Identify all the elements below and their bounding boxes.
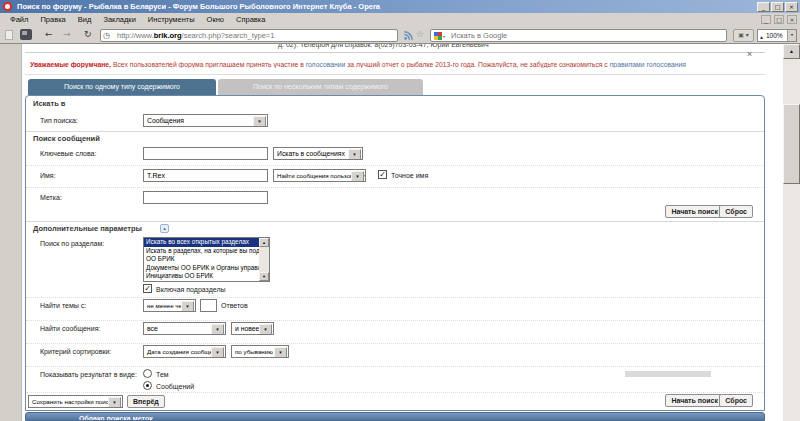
reset-button[interactable]: Сброс bbox=[719, 205, 753, 218]
web-search-box[interactable]: ▾ bbox=[430, 29, 727, 42]
topics-min-select[interactable]: не менее чем bbox=[143, 299, 196, 312]
panels-icon[interactable] bbox=[20, 29, 32, 40]
keywords-label: Ключевые слова: bbox=[40, 150, 96, 157]
vote-rules-link[interactable]: правилами голосования bbox=[610, 61, 686, 68]
announcement-bold: Уважаемые форумчане, bbox=[30, 61, 111, 68]
row-separator bbox=[26, 343, 764, 344]
restore-icon[interactable]: □ bbox=[771, 2, 784, 12]
sort-label: Критерий сортировки: bbox=[40, 348, 111, 355]
row-separator bbox=[26, 297, 764, 298]
image-toggle-button[interactable]: ▣ ▾ bbox=[733, 29, 754, 42]
tab-single-type-search[interactable]: Поиск по одному типу содержимого bbox=[28, 79, 216, 95]
menu-bar: Файл Правка Вид Закладки Инструменты Окн… bbox=[0, 13, 800, 26]
address-bar[interactable]: http://www.brik.org/search.php?search_ty… bbox=[100, 29, 398, 42]
listbox-scrollbar[interactable]: ▲ ▼ bbox=[259, 238, 269, 281]
image-icon: ▣ bbox=[738, 32, 744, 38]
url-path: /search.php?search_type=1 bbox=[182, 31, 275, 40]
display-topics-radio[interactable] bbox=[143, 369, 152, 378]
menu-edit[interactable]: Правка bbox=[34, 13, 71, 26]
sort-field-select[interactable]: Дата создания сообщения bbox=[143, 345, 226, 358]
web-search-input[interactable] bbox=[449, 30, 719, 41]
author-scope-select[interactable]: Найти сообщения пользователя bbox=[273, 169, 366, 182]
search-type-select[interactable]: Сообщения bbox=[143, 114, 268, 127]
display-posts-radio[interactable] bbox=[143, 381, 152, 390]
tab-restore-icon[interactable]: □ bbox=[774, 15, 784, 24]
render-artifact bbox=[625, 371, 711, 377]
new-page-icon[interactable] bbox=[5, 30, 13, 40]
listbox-scroll-down-icon[interactable]: ▼ bbox=[259, 272, 269, 281]
menu-window[interactable]: Окно bbox=[201, 13, 230, 26]
search-engine-dropdown-icon[interactable]: ▾ bbox=[443, 34, 445, 39]
subforums-label: Включая подразделы bbox=[156, 286, 226, 293]
image-dropdown-icon: ▾ bbox=[746, 32, 749, 38]
forum-option[interactable]: ОО БРИК bbox=[144, 255, 260, 264]
scrollbar-thumb[interactable] bbox=[783, 104, 800, 184]
row-separator bbox=[26, 320, 764, 321]
display-topics-label: Тем bbox=[156, 371, 169, 378]
reload-icon[interactable]: ↻ bbox=[84, 29, 92, 39]
forums-listbox[interactable]: Искать во всех открытых разделах Искать … bbox=[143, 237, 270, 282]
menu-help[interactable]: Справка bbox=[230, 13, 271, 26]
close-icon[interactable]: × bbox=[785, 2, 798, 12]
topics-count-input[interactable] bbox=[200, 299, 217, 312]
collapse-icon[interactable]: ▴ bbox=[160, 224, 169, 233]
forum-option[interactable]: Искать в разделах, на которые вы подписа… bbox=[144, 247, 260, 256]
tag-input[interactable] bbox=[143, 191, 268, 204]
divider bbox=[26, 131, 764, 132]
type-label: Тип поиска: bbox=[40, 117, 78, 124]
tab-close-icon[interactable]: × bbox=[787, 15, 797, 24]
row-separator bbox=[26, 392, 764, 393]
save-settings-select[interactable]: Сохранить настройки поиска bbox=[28, 395, 123, 408]
menu-tools[interactable]: Инструменты bbox=[142, 13, 201, 26]
tag-cloud-title: Облако поиска меток bbox=[79, 415, 153, 421]
site-badge-icon[interactable]: ◷ bbox=[103, 30, 110, 41]
divider bbox=[25, 74, 765, 75]
subforums-checkbox[interactable]: ✓ bbox=[143, 284, 152, 293]
search-button[interactable]: Начать поиск bbox=[665, 205, 724, 218]
display-posts-label: Сообщений bbox=[156, 383, 194, 390]
forum-option[interactable]: Инициативы ОО БРИК bbox=[144, 272, 260, 281]
zoom-dropdown-icon[interactable]: ▾ bbox=[787, 30, 796, 41]
back-icon[interactable]: ← bbox=[45, 29, 53, 39]
vote-link[interactable]: голосовании bbox=[306, 61, 346, 68]
rss-icon[interactable] bbox=[404, 31, 413, 40]
title-bar: Поиск по форуму - Рыбалка в Беларуси - Ф… bbox=[0, 0, 800, 13]
tab-minimize-icon[interactable]: _ bbox=[761, 15, 771, 24]
panel-toggle-strip[interactable] bbox=[0, 44, 22, 421]
posts-direction-select[interactable]: и новее bbox=[231, 322, 274, 335]
bookmark-star-icon[interactable]: ☆ bbox=[416, 29, 424, 39]
zoom-level: 100% bbox=[766, 32, 783, 39]
posts-age-select[interactable]: все bbox=[143, 322, 226, 335]
zoom-control[interactable]: ▲ 100% ▾ bbox=[757, 29, 797, 42]
exact-name-checkbox[interactable]: ✓ bbox=[378, 170, 387, 179]
forums-label: Поиск по разделам: bbox=[40, 240, 104, 247]
menu-view[interactable]: Вид bbox=[72, 13, 98, 26]
topics-suffix-label: Ответов bbox=[221, 302, 248, 309]
search-button-bottom[interactable]: Начать поиск bbox=[665, 394, 724, 407]
tab-multi-type-search[interactable]: Поиск по нескольким типам содержимого bbox=[218, 79, 423, 95]
tag-cloud-bar: Облако поиска меток bbox=[25, 412, 765, 421]
minimize-icon[interactable]: _ bbox=[757, 2, 770, 12]
listbox-scroll-up-icon[interactable]: ▲ bbox=[259, 238, 269, 247]
section-search-in: Искать в bbox=[33, 99, 65, 108]
page-scrollbar[interactable]: ▲ bbox=[783, 44, 800, 421]
opera-logo-icon bbox=[3, 2, 12, 11]
keywords-scope-select[interactable]: Искать в сообщениях bbox=[273, 147, 363, 160]
forward-icon[interactable]: → bbox=[63, 29, 71, 39]
forum-option[interactable]: Документы ОО БРИК и Органы управления bbox=[144, 264, 260, 273]
row-separator bbox=[26, 187, 764, 188]
menu-bookmarks[interactable]: Закладки bbox=[97, 13, 141, 26]
display-label: Показывать результат в виде: bbox=[40, 371, 137, 378]
keywords-input[interactable] bbox=[143, 147, 268, 160]
scroll-up-icon[interactable]: ▲ bbox=[783, 44, 800, 59]
menu-file[interactable]: Файл bbox=[4, 13, 34, 26]
sort-order-select[interactable]: по убыванию bbox=[231, 345, 289, 358]
window-title: Поиск по форуму - Рыбалка в Беларуси - Ф… bbox=[17, 0, 380, 13]
reset-button-bottom[interactable]: Сброс bbox=[719, 394, 753, 407]
go-button[interactable]: Вперёд bbox=[127, 395, 165, 408]
forum-option[interactable]: Искать во всех открытых разделах bbox=[144, 238, 260, 247]
url-prefix: http://www. bbox=[117, 31, 154, 40]
author-input[interactable] bbox=[143, 169, 268, 182]
announcement-close-icon[interactable]: × bbox=[747, 50, 752, 59]
announcement: Уважаемые форумчане, Всех пользователей … bbox=[30, 61, 752, 68]
